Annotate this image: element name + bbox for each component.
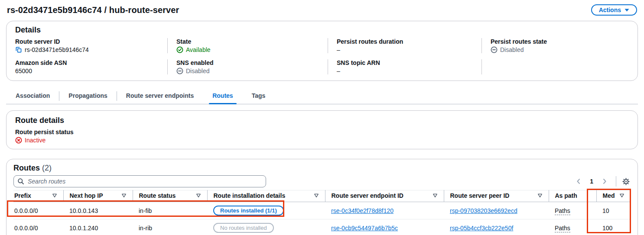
previous-page-button[interactable] — [572, 177, 585, 186]
toolbar-divider — [616, 176, 616, 187]
table-header-row: Prefix Next hop IP Route status Route in… — [13, 190, 631, 202]
cell-as-path: Paths — [549, 202, 596, 219]
column-header-as-path[interactable]: As path — [549, 190, 596, 202]
filter-icon[interactable] — [196, 193, 201, 198]
table-row: 0.0.0.0/0 10.0.0.143 in-fib Routes insta… — [13, 202, 631, 219]
route-server-id-value: rs-02d3471e5b9146c74 — [25, 46, 89, 53]
tab-routes[interactable]: Routes — [211, 90, 234, 104]
details-grid: Route server ID rs-02d3471e5b9146c74 Sta… — [15, 38, 629, 74]
field-sns-topic-arn: SNS topic ARN – — [328, 59, 481, 74]
cell-endpoint-id: rse-0cb9c54497a6b7b5c — [325, 219, 444, 235]
cell-route-status: in-rib — [133, 219, 207, 235]
cell-med: 10 — [596, 202, 631, 219]
search-input[interactable] — [13, 175, 266, 187]
field-label: Persist routes state — [491, 38, 629, 45]
gear-icon — [622, 178, 630, 185]
cell-prefix: 0.0.0.0/0 — [13, 202, 63, 219]
route-server-detail-page: rs-02d3471e5b9146c74 / hub-route-server … — [0, 0, 644, 235]
routes-toolbar: 1 — [13, 175, 631, 187]
field-state: State Available — [167, 38, 328, 53]
cell-route-status: in-fib — [133, 202, 207, 219]
cell-endpoint-id: rse-0c34f0e2f78d8f120 — [325, 202, 444, 219]
field-persist-routes-duration: Persist routes duration – — [328, 38, 481, 53]
column-header-route-server-endpoint-id[interactable]: Route server endpoint ID — [325, 190, 444, 202]
column-header-next-hop-ip[interactable]: Next hop IP — [63, 190, 133, 202]
routes-title-text: Routes — [13, 164, 40, 172]
column-header-prefix[interactable]: Prefix — [13, 190, 63, 202]
table-row: 0.0.0.0/0 10.0.1.240 in-rib No routes in… — [13, 219, 631, 235]
table-settings-button[interactable] — [621, 177, 631, 186]
actions-button[interactable]: Actions — [591, 4, 637, 16]
tab-divider — [117, 91, 117, 101]
routes-table-wrap: Prefix Next hop IP Route status Route in… — [13, 190, 631, 235]
route-server-endpoint-link[interactable]: rse-0cb9c54497a6b7b5c — [331, 225, 398, 232]
details-empty-cell — [481, 59, 629, 74]
search-icon — [17, 178, 24, 185]
cell-peer-id: rsp-05b4ccf3cb222e50f — [444, 219, 549, 235]
field-label: SNS enabled — [176, 59, 328, 66]
cell-peer-id: rsp-097038203e6692ecd — [444, 202, 549, 219]
next-page-button[interactable] — [598, 177, 611, 186]
route-details-panel: Route details Route persist status Inact… — [6, 110, 638, 149]
as-path-popover-trigger[interactable]: Paths — [555, 207, 570, 215]
column-header-med[interactable]: Med — [596, 190, 631, 202]
filter-icon[interactable] — [433, 193, 438, 198]
status-disabled-icon — [176, 68, 183, 74]
as-path-popover-trigger[interactable]: Paths — [555, 225, 570, 232]
filter-icon[interactable] — [52, 193, 57, 198]
caret-down-icon — [624, 9, 629, 12]
tab-propagations[interactable]: Propagations — [68, 90, 108, 104]
filter-icon[interactable] — [537, 193, 543, 198]
field-persist-routes-state: Persist routes state Disabled — [481, 38, 629, 53]
sns-enabled-value: Disabled — [186, 68, 209, 74]
details-title: Details — [15, 26, 629, 35]
filter-icon[interactable] — [121, 193, 127, 198]
routes-installed-button[interactable]: Routes installed (1/1) — [213, 206, 284, 216]
routes-panel: Routes (2) 1 — [6, 159, 638, 235]
route-server-peer-link[interactable]: rsp-05b4ccf3cb222e50f — [450, 225, 513, 232]
field-label: Amazon side ASN — [15, 59, 167, 66]
page-title: rs-02d3471e5b9146c74 / hub-route-server — [7, 5, 179, 15]
amazon-side-asn-value: 65000 — [15, 68, 32, 74]
field-route-server-id: Route server ID rs-02d3471e5b9146c74 — [15, 38, 167, 53]
route-server-endpoint-link[interactable]: rse-0c34f0e2f78d8f120 — [331, 207, 394, 214]
column-header-route-status[interactable]: Route status — [133, 190, 207, 202]
status-inactive-icon — [15, 137, 22, 144]
tab-divider — [59, 91, 59, 101]
column-header-route-server-peer-id[interactable]: Route server peer ID — [444, 190, 549, 202]
tab-route-server-endpoints[interactable]: Route server endpoints — [125, 90, 195, 104]
cell-prefix: 0.0.0.0/0 — [13, 219, 63, 235]
route-details-title: Route details — [15, 116, 629, 125]
routes-table-title: Routes (2) — [13, 164, 631, 173]
route-server-peer-link[interactable]: rsp-097038203e6692ecd — [450, 207, 517, 214]
tab-tags[interactable]: Tags — [251, 90, 267, 104]
routes-table: Prefix Next hop IP Route status Route in… — [13, 190, 631, 235]
tab-divider — [242, 91, 243, 101]
tab-bar: Association Propagations Route server en… — [6, 90, 638, 104]
pagination: 1 — [572, 176, 631, 187]
cell-next-hop-ip: 10.0.1.240 — [63, 219, 133, 235]
state-value: Available — [186, 46, 211, 53]
field-amazon-side-asn: Amazon side ASN 65000 — [15, 59, 167, 74]
copy-icon[interactable] — [15, 46, 22, 53]
field-label: SNS topic ARN — [337, 59, 481, 66]
persist-routes-state-value: Disabled — [500, 46, 524, 53]
route-persist-status-value: Inactive — [25, 137, 46, 144]
filter-icon[interactable] — [619, 193, 624, 198]
field-label: Persist routes duration — [337, 38, 481, 45]
field-sns-enabled: SNS enabled Disabled — [167, 59, 328, 74]
cell-installation: No routes installed — [207, 219, 325, 235]
search-box — [13, 175, 266, 187]
route-persist-status-label: Route persist status — [15, 129, 629, 135]
cell-next-hop-ip: 10.0.0.143 — [63, 202, 133, 219]
tab-divider — [203, 91, 203, 101]
details-panel: Details Route server ID rs-02d3471e5b914… — [6, 21, 638, 81]
no-routes-installed-badge: No routes installed — [213, 223, 274, 233]
filter-icon[interactable] — [314, 193, 319, 198]
page-number[interactable]: 1 — [586, 178, 597, 185]
tab-association[interactable]: Association — [15, 90, 51, 104]
column-header-route-installation-details[interactable]: Route installation details — [207, 190, 325, 202]
status-disabled-icon — [491, 46, 498, 53]
actions-button-label: Actions — [599, 6, 621, 13]
chevron-right-icon — [601, 178, 608, 185]
